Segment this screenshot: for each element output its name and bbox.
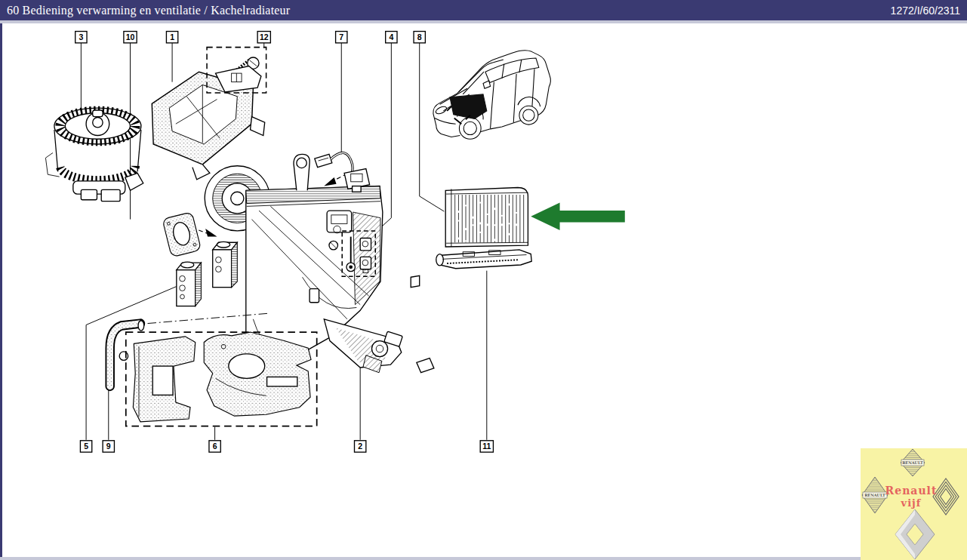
filter-strip-drawing	[436, 250, 531, 269]
svg-text:7: 7	[339, 32, 343, 42]
window-bottom-border	[0, 557, 967, 560]
page-title: 60 Bediening verwarming en ventilatie / …	[7, 4, 290, 17]
doc-reference: 1272/I/60/2311	[891, 5, 960, 17]
svg-text:6: 6	[213, 442, 217, 451]
brand-text-line2: vijf	[901, 497, 922, 509]
callout-9[interactable]: 9	[103, 441, 114, 452]
callout-6[interactable]: 6	[209, 441, 220, 452]
svg-text:8: 8	[417, 32, 422, 42]
vehicle-illustration	[433, 51, 551, 139]
green-arrow	[531, 203, 625, 230]
renault-logos: RENAULT RENAULT Renault	[861, 448, 967, 560]
callout-11[interactable]: 11	[480, 441, 493, 452]
modern-diamond-icon	[895, 509, 935, 559]
callout-7[interactable]: 7	[336, 32, 347, 43]
svg-text:1: 1	[170, 32, 174, 42]
blower-motor-drawing	[45, 108, 143, 202]
callout-1[interactable]: 1	[166, 32, 177, 43]
renault-logo-panel: RENAULT RENAULT Renault	[861, 448, 967, 560]
exploded-parts-diagram: 3 10 1 12 7 4 8 5 9 6 2 11	[0, 23, 967, 557]
vintage-badge-top-icon: RENAULT	[901, 449, 925, 476]
vintage-badge-left-icon: RENAULT	[862, 477, 888, 513]
callout-8[interactable]: 8	[414, 32, 425, 43]
gasket-drawing	[162, 212, 202, 257]
brand-text-line1: Renault	[885, 485, 938, 497]
callout-3[interactable]: 3	[75, 32, 87, 43]
svg-text:3: 3	[79, 32, 83, 42]
svg-text:12: 12	[260, 32, 269, 42]
svg-text:4: 4	[389, 32, 393, 42]
svg-text:5: 5	[84, 442, 88, 451]
callout-4[interactable]: 4	[386, 32, 397, 43]
svg-text:RENAULT: RENAULT	[864, 493, 885, 497]
title-bar: 60 Bediening verwarming en ventilatie / …	[0, 0, 967, 20]
foam-seal-kit-drawing	[126, 332, 317, 426]
svg-text:10: 10	[126, 32, 135, 42]
callout-10[interactable]: 10	[124, 32, 137, 43]
svg-text:11: 11	[482, 442, 491, 451]
callout-5[interactable]: 5	[80, 441, 91, 452]
parts-catalog-window: 60 Bediening verwarming en ventilatie / …	[0, 0, 967, 560]
callout-12[interactable]: 12	[257, 32, 270, 43]
callout-2[interactable]: 2	[354, 441, 365, 452]
wiring-connector-drawing	[315, 152, 370, 192]
cabin-filter-drawing	[445, 187, 528, 247]
svg-text:2: 2	[358, 442, 362, 451]
svg-text:9: 9	[106, 442, 111, 451]
svg-text:RENAULT: RENAULT	[902, 460, 923, 465]
